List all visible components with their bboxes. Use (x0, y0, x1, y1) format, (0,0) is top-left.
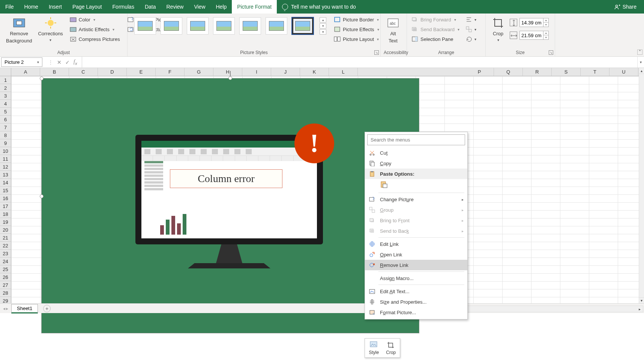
cancel-icon[interactable]: ✕ (57, 59, 62, 65)
fx-icon[interactable]: fx (74, 59, 77, 66)
picture-border-button[interactable]: Picture Border▾ (332, 15, 381, 24)
remove-background-button[interactable]: Remove Background (3, 15, 35, 45)
ctx-change-picture[interactable]: Change Picture▸ (365, 194, 467, 205)
formula-bar-expand-icon[interactable]: ▾ (637, 57, 644, 68)
mini-crop-button[interactable]: Crop (384, 341, 399, 355)
row-11[interactable]: 11 (0, 155, 11, 163)
formula-input[interactable] (82, 57, 637, 68)
row-17[interactable]: 17 (0, 202, 11, 210)
col-R[interactable]: R (523, 68, 552, 76)
tab-home[interactable]: Home (19, 0, 44, 14)
row-19[interactable]: 19 (0, 218, 11, 226)
col-U[interactable]: U (609, 68, 638, 76)
row-6[interactable]: 6 (0, 116, 11, 124)
col-A[interactable]: A (11, 68, 40, 76)
collapse-ribbon-icon[interactable]: ˄ (637, 50, 642, 55)
row-13[interactable]: 13 (0, 171, 11, 179)
row-20[interactable]: 20 (0, 226, 11, 234)
tab-view[interactable]: View (189, 0, 210, 14)
vertical-scrollbar[interactable]: ▴ ▾ (639, 68, 644, 303)
crop-button[interactable]: Crop ▾ (489, 15, 507, 44)
compress-pictures-button[interactable]: Compress Pictures (68, 35, 122, 44)
col-J[interactable]: J (271, 68, 300, 76)
row-8[interactable]: 8 (0, 131, 11, 139)
menu-search-input[interactable]: Search the menus (367, 134, 465, 145)
resize-handle-tl[interactable] (40, 77, 44, 80)
row-28[interactable]: 28 (0, 289, 11, 297)
gallery-more[interactable]: ▾ (320, 29, 326, 35)
gallery-scroll-up[interactable]: ▴ (320, 17, 326, 23)
width-input[interactable] (520, 33, 543, 38)
width-down[interactable]: ▾ (543, 35, 548, 39)
col-B[interactable]: B (40, 68, 69, 76)
row-3[interactable]: 3 (0, 92, 11, 100)
bring-forward-button[interactable]: Bring Forward▾ (410, 15, 461, 24)
width-up[interactable]: ▴ (543, 31, 548, 35)
styles-dialog-launcher[interactable]: ↘ (374, 50, 379, 55)
row-18[interactable]: 18 (0, 210, 11, 218)
col-C[interactable]: C (69, 68, 98, 76)
col-D[interactable]: D (98, 68, 127, 76)
row-24[interactable]: 24 (0, 258, 11, 265)
hscroll-right-icon[interactable]: ▸ (636, 306, 643, 312)
style-thumb-3[interactable] (187, 17, 209, 35)
corrections-button[interactable]: Corrections ▾ (35, 15, 66, 44)
ctx-edit-link[interactable]: Edit Link (365, 239, 467, 249)
tab-review[interactable]: Review (161, 0, 189, 14)
style-thumb-7[interactable] (292, 17, 314, 35)
style-thumb-6[interactable] (266, 17, 287, 35)
tell-me[interactable]: Tell me what you want to do (277, 0, 361, 14)
col-L[interactable]: L (329, 68, 358, 76)
ctx-edit-alt-text[interactable]: Edit Alt Text... (365, 286, 467, 297)
color-button[interactable]: Color▾ (68, 15, 122, 24)
row-25[interactable]: 25 (0, 265, 11, 273)
col-G[interactable]: G (185, 68, 213, 76)
gallery-scroll-down[interactable]: ▾ (320, 23, 326, 29)
align-button[interactable]: ▾ (464, 15, 478, 24)
row-21[interactable]: 21 (0, 234, 11, 242)
send-backward-button[interactable]: Send Backward▾ (410, 25, 461, 34)
tab-picture-format[interactable]: Picture Format (232, 0, 277, 14)
col-P[interactable]: P (465, 68, 494, 76)
col-I[interactable]: I (242, 68, 271, 76)
resize-handle-tm[interactable] (228, 76, 232, 80)
row-23[interactable]: 23 (0, 250, 11, 258)
row-15[interactable]: 15 (0, 187, 11, 194)
ctx-remove-link[interactable]: Remove Link (365, 260, 467, 270)
height-down[interactable]: ▾ (543, 23, 548, 27)
size-dialog-launcher[interactable]: ↘ (549, 50, 553, 55)
select-all-corner[interactable] (0, 68, 11, 76)
name-box-dropdown-icon[interactable]: ▾ (37, 60, 39, 64)
tab-nav-next[interactable]: ▸ (6, 306, 8, 311)
ctx-copy[interactable]: Copy (365, 158, 467, 169)
row-9[interactable]: 9 (0, 139, 11, 147)
artistic-effects-button[interactable]: Artistic Effects▾ (68, 25, 122, 34)
tab-file[interactable]: File (0, 0, 19, 14)
style-thumb-1[interactable] (134, 17, 156, 35)
rotation-handle[interactable] (230, 71, 231, 76)
row-27[interactable]: 27 (0, 281, 11, 289)
row-26[interactable]: 26 (0, 273, 11, 281)
cell-grid[interactable]: Column error ! (11, 76, 639, 303)
width-spinner[interactable]: ▴▾ (519, 31, 549, 40)
height-up[interactable]: ▴ (543, 18, 548, 23)
col-Q[interactable]: Q (494, 68, 523, 76)
col-F[interactable]: F (156, 68, 185, 76)
mini-style-button[interactable]: Style (366, 341, 381, 355)
tab-formulas[interactable]: Formulas (107, 0, 140, 14)
tab-page-layout[interactable]: Page Layout (67, 0, 107, 14)
group-button[interactable]: ▾ (464, 25, 478, 34)
tab-nav-prev[interactable]: ◂ (3, 306, 5, 311)
col-T[interactable]: T (581, 68, 609, 76)
ctx-assign-macro[interactable]: Assign Macro... (365, 273, 467, 283)
row-16[interactable]: 16 (0, 194, 11, 202)
selection-pane-button[interactable]: Selection Pane (410, 35, 461, 44)
height-spinner[interactable]: ▴▾ (519, 18, 549, 27)
col-S[interactable]: S (552, 68, 581, 76)
row-5[interactable]: 5 (0, 108, 11, 116)
style-thumb-2[interactable] (161, 17, 182, 35)
tab-insert[interactable]: Insert (44, 0, 67, 14)
row-10[interactable]: 10 (0, 147, 11, 155)
ctx-open-link[interactable]: Open Link (365, 249, 467, 260)
col-K[interactable]: K (300, 68, 329, 76)
